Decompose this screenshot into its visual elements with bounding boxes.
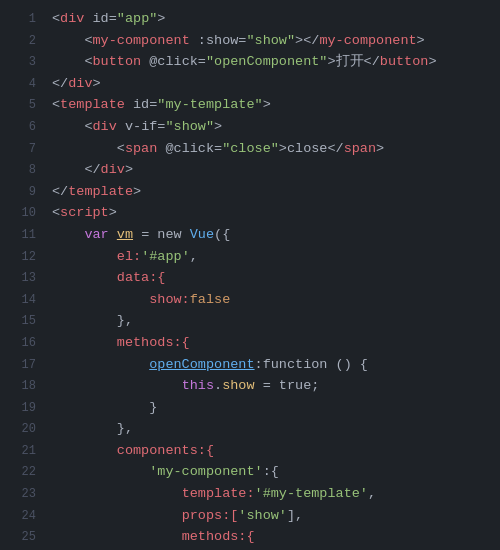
line-number: 5: [8, 96, 36, 115]
code-line: 1<div id="app">: [0, 8, 500, 30]
line-number: 22: [8, 463, 36, 482]
code-line: 16 methods:{: [0, 332, 500, 354]
code-content: <div id="app">: [52, 8, 165, 30]
line-number: 20: [8, 420, 36, 439]
code-content: }: [52, 397, 157, 419]
code-content: props:['show'],: [52, 505, 303, 527]
line-number: 24: [8, 507, 36, 526]
code-content: <my-component :show="show"></my-componen…: [52, 30, 425, 52]
line-number: 11: [8, 226, 36, 245]
code-line: 17 openComponent:function () {: [0, 354, 500, 376]
line-number: 2: [8, 32, 36, 51]
line-number: 15: [8, 312, 36, 331]
code-content: <button @click="openComponent">打开</butto…: [52, 51, 437, 73]
code-content: <div v-if="show">: [52, 116, 222, 138]
code-line: 2 <my-component :show="show"></my-compon…: [0, 30, 500, 52]
code-line: 19 }: [0, 397, 500, 419]
code-line: 25 methods:{: [0, 526, 500, 548]
code-line: 5<template id="my-template">: [0, 94, 500, 116]
code-line: 24 props:['show'],: [0, 505, 500, 527]
code-line: 8 </div>: [0, 159, 500, 181]
code-line: 15 },: [0, 310, 500, 332]
code-line: 9</template>: [0, 181, 500, 203]
code-content: },: [52, 310, 133, 332]
line-number: 23: [8, 485, 36, 504]
line-number: 6: [8, 118, 36, 137]
code-content: openComponent:function () {: [52, 354, 368, 376]
code-line: 6 <div v-if="show">: [0, 116, 500, 138]
code-line: 22 'my-component':{: [0, 461, 500, 483]
code-content: components:{: [52, 440, 214, 462]
line-number: 12: [8, 248, 36, 267]
line-number: 4: [8, 75, 36, 94]
line-number: 18: [8, 377, 36, 396]
code-content: template:'#my-template',: [52, 483, 376, 505]
code-line: 23 template:'#my-template',: [0, 483, 500, 505]
code-line: 21 components:{: [0, 440, 500, 462]
line-number: 1: [8, 10, 36, 29]
line-number: 25: [8, 528, 36, 547]
code-content: var vm = new Vue({: [52, 224, 230, 246]
code-content: </div>: [52, 73, 101, 95]
code-content: <template id="my-template">: [52, 94, 271, 116]
line-number: 8: [8, 161, 36, 180]
code-content: data:{: [52, 267, 165, 289]
code-line: 13 data:{: [0, 267, 500, 289]
code-content: show:false: [52, 289, 230, 311]
code-line: 3 <button @click="openComponent">打开</but…: [0, 51, 500, 73]
line-number: 14: [8, 291, 36, 310]
code-line: 7 <span @click="close">close</span>: [0, 138, 500, 160]
code-line: 4</div>: [0, 73, 500, 95]
line-number: 9: [8, 183, 36, 202]
code-content: methods:{: [52, 526, 255, 548]
line-number: 21: [8, 442, 36, 461]
line-number: 3: [8, 53, 36, 72]
code-content: <span @click="close">close</span>: [52, 138, 384, 160]
code-content: el:'#app',: [52, 246, 198, 268]
line-number: 7: [8, 140, 36, 159]
code-content: methods:{: [52, 332, 190, 354]
line-number: 16: [8, 334, 36, 353]
code-editor: 1<div id="app">2 <my-component :show="sh…: [0, 0, 500, 550]
code-content: <script>: [52, 202, 117, 224]
code-line: 20 },: [0, 418, 500, 440]
line-number: 19: [8, 399, 36, 418]
code-line: 10<script>: [0, 202, 500, 224]
code-content: this.show = true;: [52, 375, 319, 397]
code-line: 14 show:false: [0, 289, 500, 311]
code-line: 11 var vm = new Vue({: [0, 224, 500, 246]
code-line: 12 el:'#app',: [0, 246, 500, 268]
code-content: },: [52, 418, 133, 440]
line-number: 10: [8, 204, 36, 223]
code-content: </template>: [52, 181, 141, 203]
code-line: 18 this.show = true;: [0, 375, 500, 397]
code-content: </div>: [52, 159, 133, 181]
line-number: 13: [8, 269, 36, 288]
line-number: 17: [8, 356, 36, 375]
code-content: 'my-component':{: [52, 461, 279, 483]
